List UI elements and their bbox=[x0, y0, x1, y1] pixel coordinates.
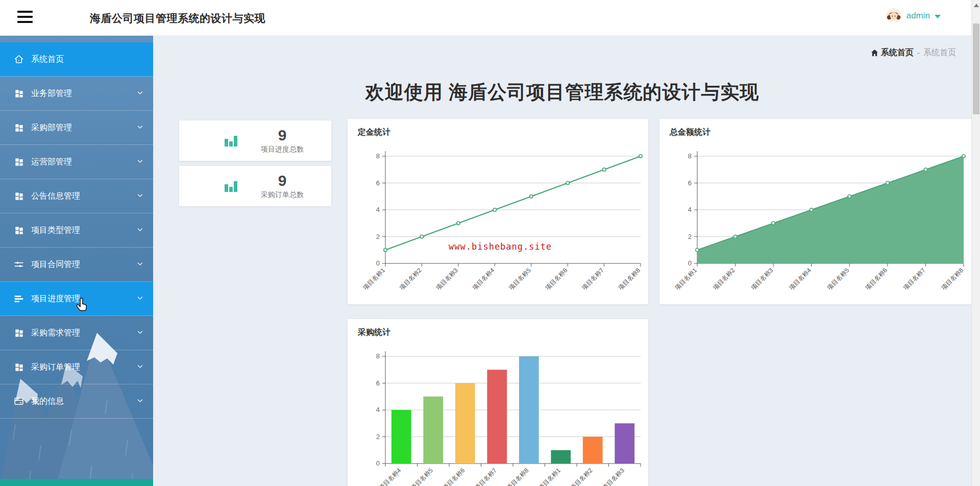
bar-chart: 02468项目名称4项目名称5项目名称6项目名称7项目名称8项目名称1项目名称2… bbox=[348, 319, 648, 486]
scrollbar-thumb[interactable] bbox=[973, 23, 979, 114]
y-axis-label: 0 bbox=[376, 459, 380, 467]
data-point bbox=[602, 168, 605, 171]
chart-title: 总金额统计 bbox=[670, 127, 710, 138]
grid-icon bbox=[13, 327, 24, 338]
sidebar-item-0[interactable]: 系统首页 bbox=[0, 42, 153, 77]
chevron-down-icon bbox=[935, 15, 941, 18]
avatar bbox=[886, 8, 902, 24]
bar bbox=[615, 423, 634, 464]
sidebar-item-10[interactable]: 我的信息 bbox=[0, 384, 153, 419]
stat-value: 9 bbox=[261, 127, 304, 143]
x-axis-label: 项目名称3 bbox=[434, 266, 459, 291]
x-axis-label: 项目名称3 bbox=[750, 266, 775, 291]
chart-card-purchase-stats: 采购统计 02468项目名称4项目名称5项目名称6项目名称7项目名称8项目名称1… bbox=[348, 319, 648, 486]
chevron-down-icon[interactable] bbox=[136, 294, 144, 304]
main-content: 系统首页 - 系统首页 欢迎使用 海盾公司项目管理系统的设计与实现 9 项目进度… bbox=[153, 36, 971, 486]
chevron-down-icon[interactable] bbox=[136, 397, 144, 406]
chart-canvas: 02468项目名称4项目名称5项目名称6项目名称7项目名称8项目名称1项目名称2… bbox=[348, 319, 648, 486]
bar bbox=[583, 437, 603, 464]
data-point bbox=[420, 235, 423, 238]
sidebar-item-label: 采购需求管理 bbox=[31, 328, 136, 338]
sidebar-item-label: 公告信息管理 bbox=[31, 191, 136, 202]
sidebar-item-label: 运营部管理 bbox=[31, 157, 136, 167]
menu-toggle-icon[interactable] bbox=[17, 11, 34, 25]
x-axis-label: 项目名称7 bbox=[580, 266, 605, 291]
x-axis-label: 项目名称8 bbox=[617, 266, 642, 291]
chevron-down-icon[interactable] bbox=[136, 157, 144, 167]
bar bbox=[423, 397, 443, 464]
sidebar-item-label: 项目类型管理 bbox=[31, 225, 136, 236]
chevron-down-icon[interactable] bbox=[136, 226, 144, 235]
chevron-down-icon[interactable] bbox=[136, 260, 144, 270]
chevron-down-icon[interactable] bbox=[136, 123, 144, 133]
sidebar-item-8[interactable]: 采购需求管理 bbox=[0, 316, 153, 350]
y-axis-label: 6 bbox=[688, 179, 692, 187]
card-icon bbox=[13, 396, 24, 407]
y-axis-label: 2 bbox=[376, 433, 380, 441]
bar bbox=[487, 370, 507, 464]
sidebar-menu: 系统首页业务部管理采购部管理运营部管理公告信息管理项目类型管理项目合同管理项目进… bbox=[0, 42, 153, 419]
x-axis-label: 项目名称2 bbox=[569, 467, 594, 486]
sidebar-item-3[interactable]: 运营部管理 bbox=[0, 145, 153, 179]
welcome-title: 欢迎使用 海盾公司项目管理系统的设计与实现 bbox=[153, 80, 971, 105]
x-axis-label: 项目名称6 bbox=[442, 467, 467, 486]
vertical-scrollbar[interactable] bbox=[971, 0, 980, 486]
chevron-down-icon[interactable] bbox=[136, 328, 144, 338]
scroll-up-arrow-icon[interactable] bbox=[974, 4, 979, 7]
sidebar-bottom-strip bbox=[0, 479, 153, 486]
grid-icon bbox=[13, 88, 24, 99]
watermark: www.bishebang.site bbox=[449, 241, 552, 252]
y-axis-label: 2 bbox=[688, 233, 692, 240]
bar bbox=[551, 450, 571, 464]
y-axis-label: 0 bbox=[376, 259, 380, 267]
grid-icon bbox=[13, 225, 24, 236]
list-icon bbox=[13, 293, 24, 304]
chevron-down-icon[interactable] bbox=[136, 362, 144, 372]
sidebar-item-label: 项目进度管理 bbox=[31, 294, 136, 304]
stat-value: 9 bbox=[261, 173, 304, 189]
x-axis-label: 项目名称1 bbox=[674, 266, 699, 291]
sidebar-item-5[interactable]: 项目类型管理 bbox=[0, 213, 153, 248]
sidebar-item-label: 业务部管理 bbox=[31, 88, 136, 99]
sidebar-item-6[interactable]: 项目合同管理 bbox=[0, 248, 153, 282]
x-axis-label: 项目名称5 bbox=[507, 266, 532, 291]
sidebar-item-9[interactable]: 采购订单管理 bbox=[0, 350, 153, 384]
x-axis-label: 项目名称8 bbox=[940, 266, 965, 291]
data-point bbox=[384, 249, 387, 252]
chart-title: 采购统计 bbox=[358, 327, 390, 338]
bar bbox=[391, 410, 411, 464]
stat-card-purchase-orders: 9 采购订单总数 bbox=[179, 166, 331, 206]
chevron-down-icon[interactable] bbox=[136, 89, 144, 99]
home-icon bbox=[13, 54, 24, 65]
y-axis-label: 2 bbox=[376, 233, 380, 240]
sidebar-item-7[interactable]: 项目进度管理 bbox=[0, 282, 153, 316]
sidebar-item-label: 系统首页 bbox=[31, 54, 144, 65]
x-axis-label: 项目名称5 bbox=[826, 266, 851, 291]
sidebar-item-label: 采购订单管理 bbox=[31, 362, 136, 373]
data-point bbox=[733, 235, 737, 238]
user-menu[interactable]: admin bbox=[886, 8, 941, 24]
stat-label: 项目进度总数 bbox=[261, 145, 304, 154]
chevron-down-icon[interactable] bbox=[136, 191, 144, 201]
x-axis-label: 项目名称6 bbox=[544, 266, 569, 291]
sidebar-item-2[interactable]: 采购部管理 bbox=[0, 111, 153, 145]
y-axis-label: 6 bbox=[376, 379, 380, 387]
x-axis-label: 项目名称4 bbox=[378, 467, 403, 486]
data-point bbox=[886, 181, 889, 184]
data-point bbox=[962, 155, 965, 158]
bar bbox=[455, 383, 475, 464]
home-icon bbox=[871, 49, 878, 57]
x-axis-label: 项目名称1 bbox=[537, 467, 562, 486]
sidebar-item-label: 采购部管理 bbox=[31, 123, 136, 133]
chart-canvas: 02468项目名称1项目名称2项目名称3项目名称4项目名称5项目名称6项目名称7… bbox=[348, 119, 648, 304]
x-axis-label: 项目名称1 bbox=[362, 266, 387, 291]
sidebar-item-4[interactable]: 公告信息管理 bbox=[0, 179, 153, 213]
breadcrumb-home[interactable]: 系统首页 bbox=[871, 47, 914, 58]
stat-label: 采购订单总数 bbox=[261, 190, 304, 200]
bar bbox=[519, 356, 539, 464]
y-axis-label: 4 bbox=[376, 206, 380, 213]
sidebar-item-1[interactable]: 业务部管理 bbox=[0, 77, 153, 111]
breadcrumb: 系统首页 - 系统首页 bbox=[871, 47, 956, 58]
y-axis-label: 8 bbox=[376, 152, 380, 160]
breadcrumb-current: 系统首页 bbox=[923, 47, 956, 58]
